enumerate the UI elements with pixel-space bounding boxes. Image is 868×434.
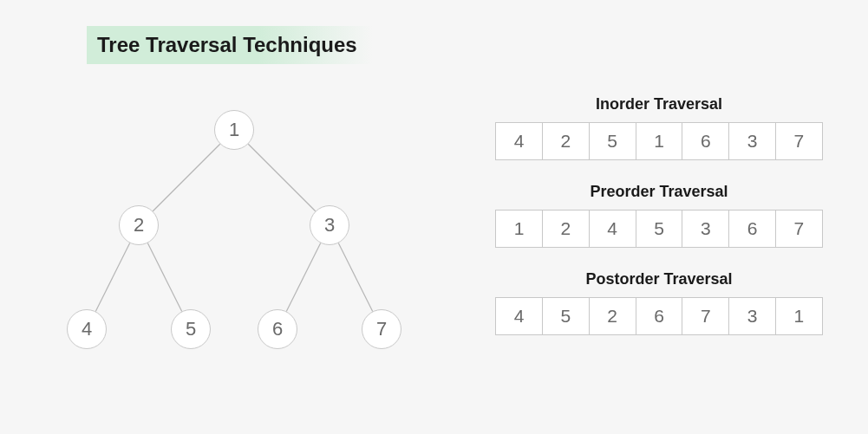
traversal-cell: 7 (682, 297, 729, 335)
traversal-cell: 4 (495, 122, 543, 160)
traversal-title: Preorder Traversal (477, 183, 841, 201)
traversal-cell: 4 (589, 210, 636, 248)
traversal-title: Inorder Traversal (477, 95, 841, 113)
tree-node: 2 (119, 205, 159, 245)
traversal-cell: 3 (728, 297, 776, 335)
traversal-cell: 6 (728, 210, 776, 248)
page-title-wrap: Tree Traversal Techniques (87, 26, 373, 64)
tree-node: 7 (362, 309, 401, 349)
traversal-cell: 2 (542, 210, 590, 248)
traversal-row: 4526731 (477, 297, 841, 335)
tree-node: 3 (310, 205, 349, 245)
tree-node: 4 (67, 309, 107, 349)
tree-node: 1 (214, 110, 254, 150)
traversal-cell: 3 (682, 210, 729, 248)
tree-edge (338, 243, 372, 312)
traversal-block: Inorder Traversal4251637 (477, 95, 841, 160)
traversal-list: Inorder Traversal4251637Preorder Travers… (477, 95, 841, 358)
tree-edge (286, 243, 320, 312)
traversal-cell: 3 (728, 122, 776, 160)
traversal-block: Preorder Traversal1245367 (477, 183, 841, 248)
traversal-cell: 5 (636, 210, 683, 248)
tree-edge (153, 144, 219, 211)
traversal-title: Postorder Traversal (477, 270, 841, 288)
page-title: Tree Traversal Techniques (97, 33, 357, 56)
traversal-cell: 5 (589, 122, 636, 160)
tree-node: 6 (258, 309, 297, 349)
traversal-block: Postorder Traversal4526731 (477, 270, 841, 335)
traversal-row: 4251637 (477, 122, 841, 160)
traversal-cell: 5 (542, 297, 590, 335)
traversal-cell: 7 (775, 122, 823, 160)
tree-node: 5 (171, 309, 211, 349)
tree-diagram: 1234567 (35, 104, 416, 381)
traversal-cell: 1 (775, 297, 823, 335)
traversal-cell: 6 (636, 297, 683, 335)
traversal-cell: 7 (775, 210, 823, 248)
tree-edge (95, 243, 129, 312)
traversal-cell: 1 (636, 122, 683, 160)
traversal-cell: 4 (495, 297, 543, 335)
traversal-cell: 2 (589, 297, 636, 335)
tree-edge (248, 144, 315, 211)
traversal-row: 1245367 (477, 210, 841, 248)
traversal-cell: 1 (495, 210, 543, 248)
traversal-cell: 2 (542, 122, 590, 160)
tree-edge (147, 243, 181, 312)
traversal-cell: 6 (682, 122, 729, 160)
